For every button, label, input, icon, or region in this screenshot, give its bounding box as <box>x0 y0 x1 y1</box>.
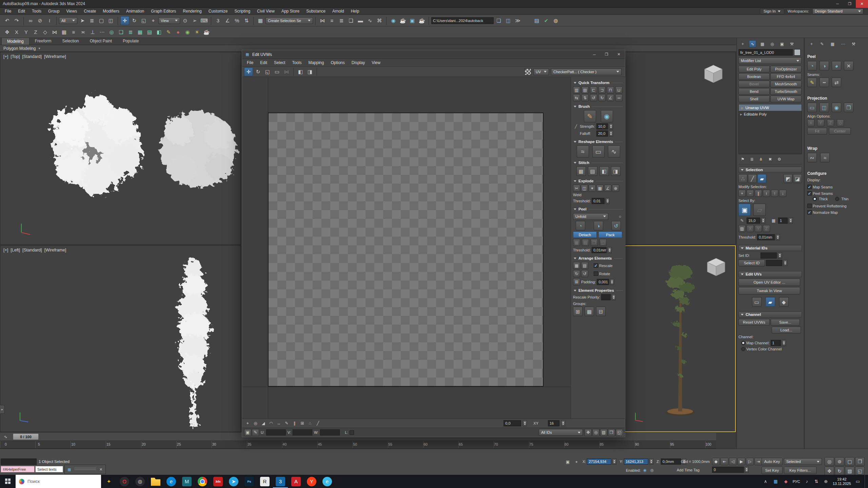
object-name-field[interactable]: fir_tree_01_a_LOD0 <box>738 49 793 56</box>
ignore-backfacing-icon[interactable]: ◪ <box>793 174 802 183</box>
y-coordinate-field[interactable]: 16241,313 <box>624 459 648 465</box>
peel-threshold-field[interactable]: 0,01mm <box>592 247 607 253</box>
shrink-selection-icon[interactable]: − <box>747 190 754 197</box>
uv-grid-size-spinner[interactable] <box>561 420 565 426</box>
z-coordinate-field[interactable]: 0,0mm <box>661 459 681 465</box>
move-brush-icon[interactable]: ✎ <box>584 110 596 122</box>
viewport-top[interactable]: [+] [Top] [Standard] [Wireframe] <box>0 52 241 245</box>
go-to-start-icon[interactable]: ⇤ <box>721 458 728 465</box>
select-by-element-icon[interactable]: ◩ <box>784 174 792 183</box>
map-channel-spinner[interactable] <box>782 340 786 346</box>
zoom-extents-icon[interactable]: ▢ <box>845 457 854 466</box>
selection-threshold-field[interactable]: 0,01mm <box>757 234 775 240</box>
volume-icon[interactable]: ♪ <box>804 479 810 484</box>
group-create-icon[interactable]: ⊞ <box>573 307 583 316</box>
open-uv-editor-button[interactable]: Open UV Editor ... <box>738 279 800 286</box>
uv-u-field[interactable] <box>266 429 286 435</box>
window-crossing-icon[interactable]: ◫ <box>106 16 115 25</box>
detach-edge-verts-icon[interactable]: ◫ <box>581 185 588 192</box>
modify-tab-icon[interactable]: ∿ <box>749 40 756 47</box>
weld-threshold-field[interactable]: 0,01 <box>592 198 605 204</box>
usb-icon[interactable]: ⊕ <box>823 479 829 484</box>
pack-icon[interactable]: ▦ <box>573 262 580 269</box>
stack-item-editable-poly[interactable]: ▸ Editable Poly <box>739 111 802 117</box>
uv-zoom-icon[interactable]: ◎ <box>592 429 599 436</box>
bind-to-space-warp-icon[interactable]: ≀ <box>45 16 54 25</box>
uv-menu-item[interactable]: Mapping <box>305 60 327 66</box>
toolbar-overflow-icon[interactable]: ≫ <box>513 16 522 25</box>
set-id-field[interactable] <box>761 252 777 259</box>
wirecolor-swatch[interactable] <box>794 49 801 56</box>
file-explorer-icon[interactable] <box>151 477 160 486</box>
telegram-icon[interactable]: ➤ <box>229 477 238 486</box>
unfold-dropdown[interactable]: Unfold <box>573 213 608 220</box>
reset-uvws-button[interactable]: Reset UVWs <box>738 319 770 326</box>
pack-tight-icon[interactable]: ▤ <box>581 262 588 269</box>
modifier-set-button[interactable]: Shell <box>738 96 770 102</box>
explode-rollout[interactable]: Explode <box>574 179 623 183</box>
uv-lock-selection-icon[interactable]: ▣ <box>244 429 251 436</box>
stitch-rollout[interactable]: Stitch <box>574 161 623 165</box>
modifier-set-button[interactable]: Edit Poly <box>738 66 770 73</box>
modifier-set-button[interactable]: TurboSmooth <box>770 88 802 95</box>
menu-item[interactable]: Arnold <box>329 8 348 14</box>
scene-health-icon[interactable]: ✔ <box>542 16 551 25</box>
menu-item[interactable]: Tools <box>28 8 45 14</box>
vertex-paint-icon[interactable]: ● <box>174 28 182 37</box>
reference-coordinate-dropdown[interactable]: View <box>158 17 180 24</box>
select-id-field[interactable] <box>766 260 782 266</box>
curve-editor-icon[interactable]: ∿ <box>366 16 374 25</box>
weld-selected-icon[interactable]: ⊕ <box>612 185 619 192</box>
edge-loop-icon[interactable]: ≀ <box>763 190 770 197</box>
uv-lock-aspect-checkbox[interactable] <box>350 430 354 435</box>
viewport-shading-menu[interactable]: [Wireframe] <box>44 248 66 252</box>
uv-rotate-angle-spinner[interactable] <box>523 420 527 426</box>
uv-edge-distance-icon[interactable]: ↔ <box>275 420 282 427</box>
arrange-elements-rollout[interactable]: Arrange Elements <box>574 256 623 260</box>
language-indicator[interactable]: РУС <box>793 480 800 484</box>
rollout-channel[interactable]: Channel <box>738 311 802 318</box>
rendered-frame-icon[interactable]: ▣ <box>408 16 417 25</box>
align-horizontal-icon[interactable]: ▥ <box>573 86 580 94</box>
peel-mode-tool-icon[interactable]: ◑ <box>820 61 829 70</box>
rescale-priority-spinner[interactable] <box>612 294 616 300</box>
modifier-visibility-icon[interactable]: ☼ <box>740 106 744 110</box>
uv-limit-icon[interactable]: ∥ <box>291 420 298 427</box>
select-id-button[interactable]: Select ID <box>738 260 765 266</box>
key-filters-button[interactable]: Key Filters... <box>784 467 816 474</box>
mirror-tool-icon[interactable]: ⋈ <box>50 28 59 37</box>
ribbon-tab[interactable]: Populate <box>117 38 144 45</box>
angle-snap-icon[interactable]: ∠ <box>223 16 232 25</box>
ribbon-tab[interactable]: Freeform <box>29 38 57 45</box>
remove-modifier-icon[interactable]: ✖ <box>767 156 774 163</box>
map-seams-checkbox[interactable] <box>807 185 812 189</box>
3ds-max-running-icon[interactable]: 3 <box>276 477 285 486</box>
vertex-mode-icon[interactable]: ∴ <box>738 174 747 183</box>
uv-flip-vertical-icon[interactable]: ◨ <box>305 67 314 76</box>
menu-item[interactable]: Scripting <box>231 8 254 14</box>
motion-tab-icon[interactable]: ◎ <box>769 40 776 47</box>
sign-in-button[interactable]: Sign In <box>760 8 784 14</box>
project-path-field[interactable]: C:\Users\dani...2024\autoback <box>431 17 494 24</box>
space-horizontal-icon[interactable]: ⇆ <box>573 94 580 101</box>
uv-snap-vertex-icon[interactable]: ∴ <box>307 420 314 427</box>
uv-pan-icon[interactable]: ✥ <box>585 429 592 436</box>
viewport-general-menu[interactable]: [+] <box>3 54 8 59</box>
reorient-icon[interactable]: ↺ <box>581 270 588 277</box>
stitch-source-icon[interactable]: ◧ <box>599 166 609 176</box>
uv-close-button[interactable]: ✕ <box>613 50 625 58</box>
network-icon[interactable]: ⇅ <box>813 479 820 484</box>
rectangular-selection-icon[interactable]: ▢ <box>97 16 106 25</box>
viewport-layout-tab[interactable]: ▸ <box>0 405 5 414</box>
maxscript-listener-pink[interactable]: #AHelperFree <box>1 466 35 472</box>
previous-frame-icon[interactable]: ◁ <box>729 458 737 465</box>
y-constraint-icon[interactable]: Y <box>22 28 31 37</box>
uv-menu-item[interactable]: Select <box>271 60 289 66</box>
peel-threshold-spinner[interactable] <box>608 247 612 253</box>
light-tools-icon[interactable]: ☀ <box>193 28 201 37</box>
smoothing-group-spinner[interactable] <box>789 218 793 224</box>
news-widget-icon[interactable]: ✦ <box>104 477 114 486</box>
unlink-selection-icon[interactable]: ⊘ <box>36 16 44 25</box>
modifier-set-button[interactable]: ProOptimizer <box>770 66 802 73</box>
unfold-options-icon[interactable]: ○ <box>616 213 624 220</box>
